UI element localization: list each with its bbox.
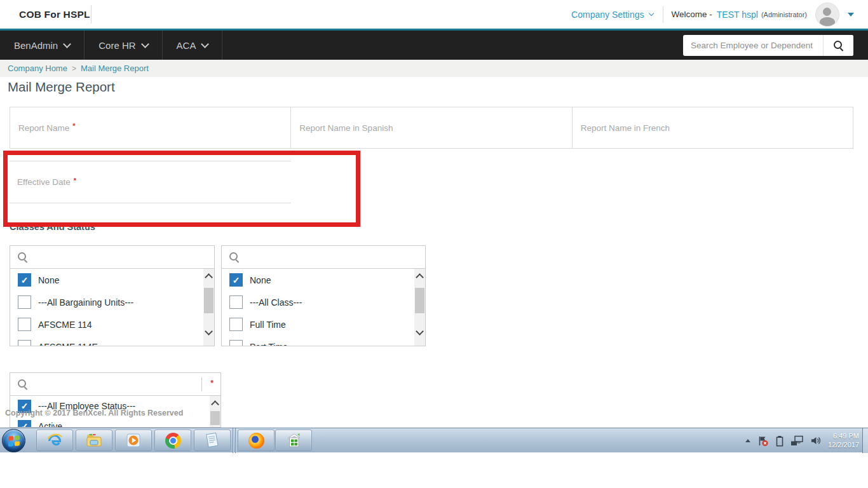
list-item[interactable]: AFSCME 114E <box>10 336 214 346</box>
report-name-spanish-field[interactable]: Report Name in Spanish <box>290 107 572 149</box>
list-item[interactable]: Part Time <box>222 336 425 346</box>
scrollbar-thumb[interactable] <box>415 288 424 313</box>
user-role-label: (Administrator) <box>761 11 807 18</box>
header-vertical-divider <box>663 6 663 23</box>
copyright-notice: Copyright © 2017 BenXcel. All Rights Res… <box>5 409 183 417</box>
welcome-label: Welcome - <box>672 10 712 19</box>
taskbar-clock[interactable]: 6:49 PM 12/2/2017 <box>828 432 859 449</box>
list-item[interactable]: ✓ Active <box>10 416 220 428</box>
taskbar-benxcel-button[interactable] <box>275 430 312 451</box>
listbox-bargaining-units: ✓ None ---All Bargaining Units--- AFSCME… <box>10 245 215 346</box>
report-name-placeholder: Report Name <box>18 123 69 133</box>
scrollbar-thumb[interactable] <box>204 288 214 313</box>
action-center-flag-icon[interactable] <box>757 435 769 447</box>
checkbox[interactable]: ✓ <box>18 420 31 428</box>
checkbox[interactable] <box>18 318 31 331</box>
search-icon <box>17 379 28 390</box>
list-item[interactable]: ✓ None <box>10 269 214 291</box>
show-hidden-icons-button[interactable] <box>745 439 750 442</box>
class-search-input[interactable] <box>245 252 425 262</box>
listbox-search <box>221 245 426 268</box>
speaker-icon[interactable] <box>810 435 821 446</box>
checkbox[interactable] <box>229 295 243 309</box>
taskbar-internet-explorer-button[interactable] <box>36 430 73 451</box>
report-name-field[interactable]: Report Name * <box>10 107 291 149</box>
effective-date-placeholder: Effective Date <box>17 177 71 187</box>
start-button[interactable] <box>2 429 25 452</box>
listbox-list: ✓ None ---All Bargaining Units--- AFSCME… <box>10 268 215 346</box>
listbox-search: * <box>10 372 221 395</box>
windows-explorer-icon <box>86 432 102 449</box>
checkbox[interactable] <box>229 340 243 346</box>
internet-explorer-icon <box>46 432 63 449</box>
taskbar-notepad-button[interactable] <box>194 430 231 451</box>
scroll-up-icon[interactable] <box>414 271 425 281</box>
taskbar-separator <box>233 428 233 453</box>
list-item[interactable]: AFSCME 114 <box>10 313 214 336</box>
scroll-up-icon[interactable] <box>203 271 214 281</box>
clock-time: 6:49 PM <box>828 432 859 441</box>
employee-status-search-input[interactable] <box>34 379 220 390</box>
breadcrumb-separator: > <box>72 64 76 73</box>
bargaining-units-search-input[interactable] <box>34 252 214 262</box>
listbox-class: ✓ None ---All Class--- Full Time Part Ti… <box>221 245 426 346</box>
page-title: Mail Merge Report <box>8 79 115 95</box>
taskbar-chrome-button[interactable] <box>154 430 191 451</box>
checkbox[interactable] <box>229 318 243 331</box>
report-name-row: Report Name * Report Name in Spanish Rep… <box>10 107 853 149</box>
nav-item-aca[interactable]: ACA <box>163 30 223 60</box>
checkbox[interactable] <box>18 295 31 309</box>
notepad-icon <box>204 432 220 449</box>
employee-search <box>683 35 853 56</box>
scroll-down-icon[interactable] <box>414 327 425 337</box>
report-name-french-field[interactable]: Report Name in French <box>572 107 853 149</box>
classes-and-status-label: Classes And Status <box>10 222 95 232</box>
taskbar-media-player-button[interactable] <box>115 430 152 451</box>
nav-item-core-hr[interactable]: Core HR <box>85 30 162 60</box>
chevron-down-icon <box>201 40 210 48</box>
checkbox[interactable] <box>18 340 31 346</box>
chrome-icon <box>165 433 181 449</box>
checkbox[interactable]: ✓ <box>229 273 243 287</box>
user-menu-caret-icon[interactable] <box>848 13 854 17</box>
nav-item-benadmin[interactable]: BenAdmin <box>0 30 85 60</box>
breadcrumb: Company Home > Mail Merge Report <box>0 60 868 77</box>
listbox-employee-status: * ✓ ---All Employee Status--- ✓ Active <box>10 372 221 428</box>
scrollbar[interactable] <box>203 269 214 346</box>
taskbar-windows-explorer-button[interactable] <box>76 430 112 451</box>
avatar[interactable] <box>815 3 839 27</box>
search-button[interactable] <box>823 35 853 56</box>
list-item[interactable]: Full Time <box>222 313 425 336</box>
search-icon <box>833 40 844 51</box>
company-settings-link[interactable]: Company Settings <box>571 10 644 20</box>
required-marker: * <box>74 177 76 184</box>
search-icon <box>17 252 28 262</box>
effective-date-field[interactable]: Effective Date * <box>10 161 291 203</box>
breadcrumb-company-home[interactable]: Company Home <box>8 64 67 73</box>
scroll-up-icon[interactable] <box>210 398 220 409</box>
search-icon <box>229 252 240 262</box>
scroll-down-icon[interactable] <box>203 327 214 337</box>
search-divider <box>201 377 202 391</box>
taskbar-firefox-button[interactable] <box>238 430 275 451</box>
chevron-down-icon <box>141 40 149 48</box>
header-divider <box>91 5 92 24</box>
taskbar-separator <box>235 428 236 453</box>
clock-date: 12/2/2017 <box>828 441 859 450</box>
employee-search-input[interactable] <box>683 41 823 50</box>
list-item[interactable]: ✓ None <box>222 269 425 291</box>
user-name-link[interactable]: TEST hspl <box>717 10 758 20</box>
show-desktop-button[interactable] <box>862 428 868 453</box>
chevron-down-icon[interactable] <box>648 10 653 15</box>
checkbox[interactable]: ✓ <box>18 273 31 287</box>
scrollbar[interactable] <box>210 396 220 427</box>
scrollbar-thumb[interactable] <box>210 411 220 425</box>
list-item[interactable]: ---All Bargaining Units--- <box>10 291 214 313</box>
required-marker: * <box>72 122 75 130</box>
firefox-icon <box>248 433 264 449</box>
battery-icon[interactable] <box>776 435 783 447</box>
scrollbar[interactable] <box>414 269 425 346</box>
listbox-list: ✓ None ---All Class--- Full Time Part Ti… <box>221 268 426 346</box>
list-item[interactable]: ---All Class--- <box>222 291 425 313</box>
network-icon[interactable] <box>790 435 803 446</box>
